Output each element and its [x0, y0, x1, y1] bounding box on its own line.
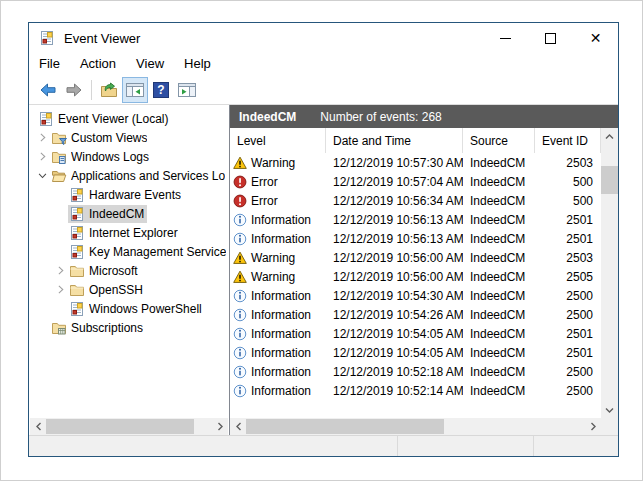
toggle-console-tree-button[interactable] — [122, 77, 148, 103]
warning-icon — [233, 270, 247, 284]
scroll-right-icon[interactable] — [212, 418, 227, 435]
tree-item-openssh[interactable]: OpenSSH — [29, 280, 229, 299]
list-hscrollbar[interactable] — [230, 418, 601, 435]
scrollbar-thumb[interactable] — [46, 419, 194, 434]
tree-item-windows-logs[interactable]: Windows Logs — [29, 147, 229, 166]
tree-item-label: Subscriptions — [71, 321, 143, 335]
chevron-right-icon[interactable] — [35, 150, 50, 163]
tree-item-label: IndeedCM — [89, 207, 144, 221]
folder-open-icon — [51, 168, 67, 184]
tree-item-subscriptions[interactable]: Subscriptions — [29, 318, 229, 337]
scrollbar-thumb[interactable] — [246, 419, 444, 434]
export-button[interactable] — [96, 77, 122, 103]
folder-icon — [69, 282, 85, 298]
warning-icon — [233, 156, 247, 170]
chevron-right-icon[interactable] — [35, 131, 50, 144]
source-cell: IndeedCM — [463, 327, 535, 341]
close-button[interactable]: ✕ — [573, 23, 618, 53]
event-row[interactable]: Warning12/12/2019 10:56:00 AMIndeedCM250… — [230, 267, 601, 286]
chevron-down-icon[interactable] — [35, 169, 50, 182]
column-header-date-and-time[interactable]: Date and Time — [326, 128, 463, 153]
event-id-cell: 500 — [535, 175, 601, 189]
event-row[interactable]: Information12/12/2019 10:52:14 AMIndeedC… — [230, 381, 601, 400]
column-header-level[interactable]: Level — [230, 128, 326, 153]
event-row[interactable]: Information12/12/2019 10:56:13 AMIndeedC… — [230, 210, 601, 229]
event-row[interactable]: Information12/12/2019 10:54:05 AMIndeedC… — [230, 343, 601, 362]
tree-item-label: Custom Views — [71, 131, 147, 145]
event-log-icon — [69, 244, 85, 260]
datetime-cell: 12/12/2019 10:54:05 AM — [326, 346, 463, 360]
tree-item-custom-views[interactable]: Custom Views — [29, 128, 229, 147]
help-button[interactable]: ? — [148, 77, 174, 103]
event-id-cell: 2501 — [535, 327, 601, 341]
event-id-cell: 500 — [535, 194, 601, 208]
tree-item-applications-and-services-lo[interactable]: Applications and Services Lo — [29, 166, 229, 185]
event-row[interactable]: Error12/12/2019 10:56:34 AMIndeedCM500 — [230, 191, 601, 210]
datetime-cell: 12/12/2019 10:56:00 AM — [326, 270, 463, 284]
tree-item-label: Hardware Events — [89, 188, 181, 202]
vertical-scrollbar[interactable] — [601, 128, 618, 418]
scroll-down-icon[interactable] — [601, 402, 618, 417]
forward-button[interactable] — [61, 77, 87, 103]
event-row[interactable]: Information12/12/2019 10:52:18 AMIndeedC… — [230, 362, 601, 381]
scroll-left-icon[interactable] — [31, 418, 46, 435]
tree-item-label: Internet Explorer — [89, 226, 178, 240]
menu-view[interactable]: View — [126, 54, 174, 75]
tree-item-internet-explorer[interactable]: Internet Explorer — [29, 223, 229, 242]
information-icon — [233, 213, 247, 227]
scrollbar-corner — [601, 418, 618, 435]
level-cell: Information — [230, 384, 326, 398]
tree-item-label: Windows PowerShell — [89, 302, 202, 316]
tree-item-hardware-events[interactable]: Hardware Events — [29, 185, 229, 204]
tree-item-label: Event Viewer (Local) — [58, 112, 169, 126]
event-id-cell: 2500 — [535, 289, 601, 303]
menu-file[interactable]: File — [29, 54, 70, 75]
event-row[interactable]: Information12/12/2019 10:56:13 AMIndeedC… — [230, 229, 601, 248]
title-bar[interactable]: Event Viewer ✕ — [29, 23, 618, 53]
folder-filter-icon — [51, 130, 67, 146]
event-row[interactable]: Information12/12/2019 10:54:30 AMIndeedC… — [230, 286, 601, 305]
tree-item-key-management-service[interactable]: Key Management Service — [29, 242, 229, 261]
level-cell: Warning — [230, 251, 326, 265]
minimize-button[interactable] — [483, 23, 528, 53]
level-text: Information — [251, 384, 311, 398]
datetime-cell: 12/12/2019 10:56:13 AM — [326, 213, 463, 227]
event-row[interactable]: Information12/12/2019 10:54:05 AMIndeedC… — [230, 324, 601, 343]
scroll-right-icon[interactable] — [585, 418, 600, 435]
maximize-icon — [545, 33, 556, 44]
warning-icon — [233, 251, 247, 265]
error-icon — [233, 175, 247, 189]
back-button[interactable] — [35, 77, 61, 103]
chevron-right-icon[interactable] — [53, 283, 68, 296]
maximize-button[interactable] — [528, 23, 573, 53]
event-row[interactable]: Warning12/12/2019 10:57:30 AMIndeedCM250… — [230, 153, 601, 172]
event-row[interactable]: Warning12/12/2019 10:56:00 AMIndeedCM250… — [230, 248, 601, 267]
tree-item-indeedcm[interactable]: IndeedCM — [29, 204, 229, 223]
menu-help[interactable]: Help — [174, 54, 221, 75]
scroll-up-icon[interactable] — [601, 129, 618, 144]
event-row[interactable]: Error12/12/2019 10:57:04 AMIndeedCM500 — [230, 172, 601, 191]
event-viewer-icon — [38, 111, 54, 127]
chevron-right-icon[interactable] — [53, 264, 68, 277]
screenshot-canvas: Event Viewer ✕ File Action View Help — [0, 0, 643, 481]
tree-item-event-viewer-local[interactable]: Event Viewer (Local) — [29, 109, 229, 128]
datetime-cell: 12/12/2019 10:52:18 AM — [326, 365, 463, 379]
column-header-event-id[interactable]: Event ID — [535, 128, 601, 153]
menu-action[interactable]: Action — [70, 54, 126, 75]
subscriptions-icon — [51, 320, 67, 336]
toggle-action-pane-button[interactable] — [174, 77, 200, 103]
arrow-left-icon — [39, 81, 57, 99]
tree-item-label: Key Management Service — [89, 245, 226, 259]
tree-item-microsoft[interactable]: Microsoft — [29, 261, 229, 280]
source-cell: IndeedCM — [463, 213, 535, 227]
level-cell: Information — [230, 308, 326, 322]
event-row[interactable]: Information12/12/2019 10:54:26 AMIndeedC… — [230, 305, 601, 324]
tree-hscrollbar[interactable] — [30, 418, 228, 435]
event-log-icon — [69, 301, 85, 317]
scroll-left-icon[interactable] — [231, 418, 246, 435]
column-header-source[interactable]: Source — [463, 128, 535, 153]
level-cell: Warning — [230, 156, 326, 170]
events-list: LevelDate and TimeSourceEvent ID Warning… — [230, 128, 618, 418]
tree-item-windows-powershell[interactable]: Windows PowerShell — [29, 299, 229, 318]
scrollbar-thumb[interactable] — [601, 166, 618, 194]
